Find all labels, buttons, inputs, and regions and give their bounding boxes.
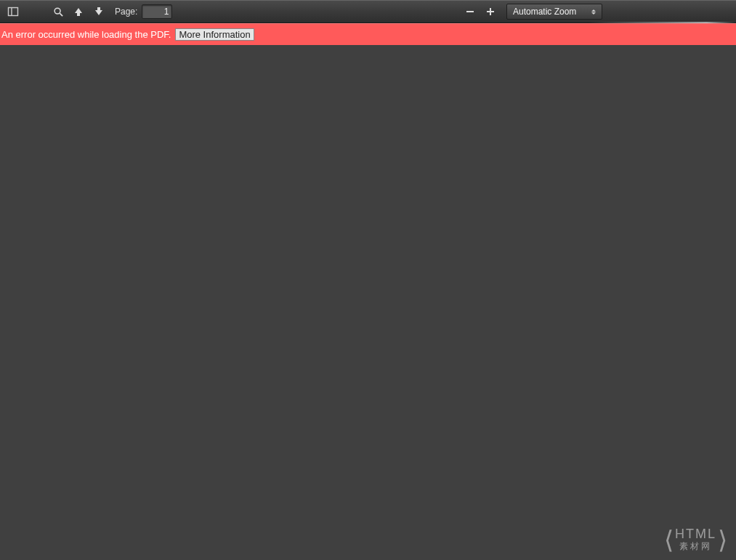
next-page-button[interactable] (89, 3, 108, 20)
toolbar: Page: Automatic Zoom (0, 0, 736, 23)
svg-point-2 (54, 8, 60, 14)
zoom-select[interactable]: Automatic Zoom (506, 4, 602, 20)
zoom-in-button[interactable] (481, 3, 500, 20)
chevron-updown-icon (589, 4, 599, 19)
search-icon (53, 7, 64, 17)
more-information-button[interactable]: More Information (175, 28, 254, 41)
error-message: An error occurred while loading the PDF. (1, 29, 171, 40)
svg-rect-4 (466, 11, 474, 12)
svg-rect-6 (490, 8, 491, 15)
error-bar: An error occurred while loading the PDF.… (0, 23, 736, 45)
arrow-down-icon (94, 7, 104, 17)
find-button[interactable] (49, 3, 68, 20)
plus-icon (485, 7, 496, 17)
svg-line-3 (60, 13, 62, 16)
panel-icon (7, 6, 19, 17)
minus-icon (465, 7, 475, 17)
viewer-area (0, 48, 736, 560)
page-label: Page: (115, 7, 137, 17)
previous-page-button[interactable] (69, 3, 88, 20)
zoom-out-button[interactable] (461, 3, 480, 20)
svg-rect-0 (9, 8, 18, 16)
arrow-up-icon (73, 7, 84, 17)
page-number-input[interactable] (142, 4, 172, 19)
zoom-select-value: Automatic Zoom (513, 7, 576, 17)
sidebar-toggle-button[interactable] (4, 3, 23, 20)
